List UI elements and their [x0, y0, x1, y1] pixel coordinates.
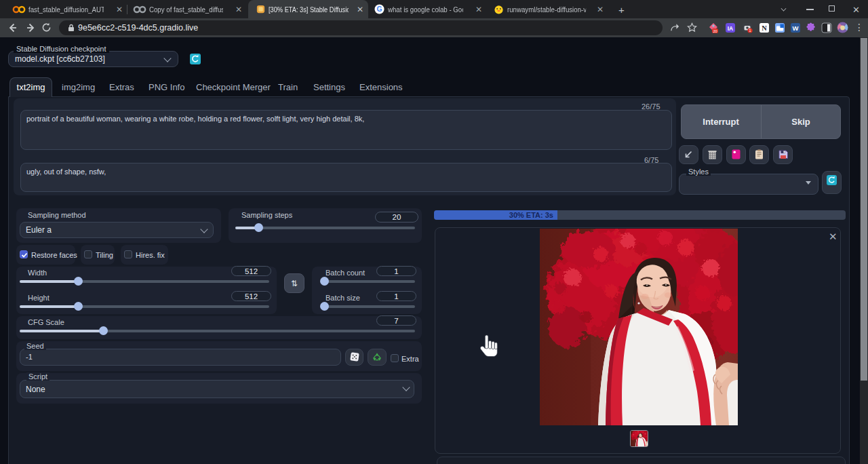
svg-text:IA: IA: [728, 25, 734, 32]
svg-text:20: 20: [713, 29, 717, 33]
svg-text:G: G: [376, 5, 382, 13]
svg-text:W: W: [793, 24, 799, 32]
svg-text:1: 1: [749, 28, 751, 33]
svg-text:N: N: [762, 24, 767, 32]
